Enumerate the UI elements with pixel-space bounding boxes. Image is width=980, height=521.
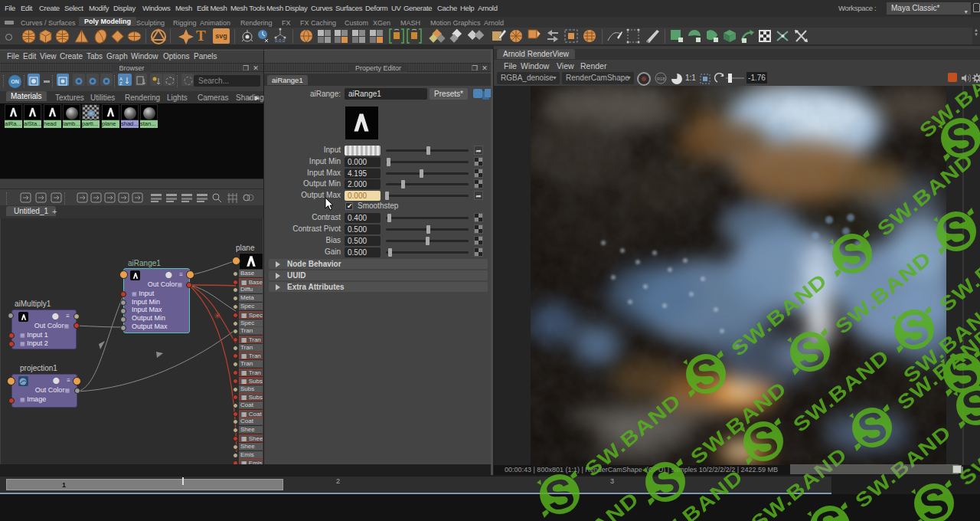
svg-text:✳: ✳ — [214, 311, 220, 320]
svg-text:0,0,0: 0,0,0 — [275, 38, 286, 43]
svg-text:RGB: RGB — [657, 77, 666, 81]
svg-text:Z: Z — [119, 81, 122, 86]
